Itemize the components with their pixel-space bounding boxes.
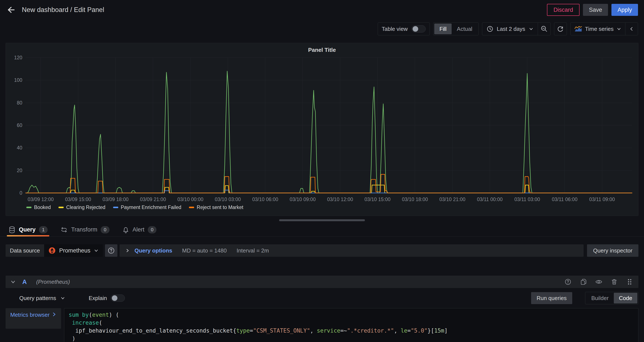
- back-button[interactable]: [6, 5, 16, 14]
- tab-alert-badge: 0: [148, 226, 156, 233]
- chevron-left-icon: [629, 26, 634, 31]
- query-actions: [564, 278, 634, 286]
- tab-transform[interactable]: Transform 0: [59, 223, 111, 236]
- editor-controls: Run queries Builder Code: [531, 292, 638, 304]
- legend-item[interactable]: Booked: [26, 205, 51, 210]
- legend-label: Clearing Rejected: [66, 205, 106, 210]
- y-tick-label: 60: [17, 122, 22, 128]
- duplicate-query-button[interactable]: [579, 278, 588, 286]
- x-tick-label: 03/09 15:00: [65, 197, 91, 202]
- refresh-button[interactable]: [554, 22, 567, 35]
- grip-icon: [627, 278, 633, 286]
- help-circle-icon: [564, 278, 571, 285]
- apply-button[interactable]: Apply: [612, 4, 638, 16]
- run-queries-button[interactable]: Run queries: [531, 292, 572, 304]
- actual-option[interactable]: Actual: [452, 23, 477, 34]
- panel-title[interactable]: Panel Title: [6, 46, 638, 54]
- panel-resize-handle[interactable]: [279, 219, 365, 221]
- legend-item[interactable]: Clearing Rejected: [58, 205, 106, 210]
- chevron-right-icon: [125, 248, 130, 253]
- query-patterns-button[interactable]: Query patterns: [19, 295, 65, 302]
- query-options-bar: Query options MD = auto = 1480 Interval …: [120, 244, 584, 257]
- fill-option[interactable]: Fill: [434, 23, 452, 34]
- x-tick-label: 03/11 06:00: [552, 197, 578, 202]
- drag-handle[interactable]: [626, 278, 634, 286]
- explain-toggle[interactable]: [111, 295, 125, 302]
- prometheus-icon: [48, 247, 56, 254]
- discard-button[interactable]: Discard: [547, 4, 580, 16]
- tab-query-badge: 1: [39, 226, 48, 233]
- metrics-browser-button[interactable]: Metrics browser: [6, 308, 61, 329]
- chevron-down-icon: [529, 26, 534, 31]
- time-picker-group: Last 2 days: [482, 22, 550, 35]
- eye-icon: [595, 278, 602, 286]
- datasource-picker[interactable]: Prometheus: [44, 244, 103, 257]
- query-ref-id: A: [22, 278, 27, 286]
- clock-icon: [486, 25, 494, 32]
- collapse-options-button[interactable]: [625, 23, 638, 35]
- bell-icon: [122, 226, 129, 233]
- builder-code-group: Builder Code: [585, 292, 638, 304]
- x-tick-label: 03/10 18:00: [402, 197, 428, 202]
- query-inspector-button[interactable]: Query inspector: [587, 244, 638, 257]
- delete-query-button[interactable]: [610, 278, 618, 286]
- legend-swatch: [26, 207, 32, 208]
- time-range-button[interactable]: Last 2 days: [482, 25, 538, 32]
- code-line: sum by(event) (: [68, 311, 638, 319]
- tab-transform-badge: 0: [101, 226, 109, 233]
- copy-icon: [580, 278, 587, 285]
- table-view-toggle[interactable]: [412, 25, 426, 32]
- x-tick-label: 03/09 21:00: [140, 197, 166, 202]
- query-options-toggle[interactable]: Query options: [125, 247, 172, 254]
- legend-swatch: [113, 207, 118, 208]
- arrow-left-icon: [6, 5, 16, 14]
- time-series-icon: [574, 26, 582, 32]
- zoom-out-button[interactable]: [538, 23, 550, 35]
- x-tick-label: 03/10 12:00: [327, 197, 353, 202]
- save-button[interactable]: Save: [583, 4, 608, 16]
- chevron-down-icon[interactable]: [10, 279, 16, 285]
- datasource-help-button[interactable]: [105, 244, 118, 257]
- legend-label: Payment Enrichment Failed: [121, 205, 182, 210]
- builder-option[interactable]: Builder: [586, 293, 614, 304]
- legend-item[interactable]: Payment Enrichment Failed: [113, 205, 182, 210]
- panel: Panel Title 02040608010012003/09 12:0003…: [6, 43, 638, 216]
- promql-code-editor[interactable]: sum by(event) ( increase( ipf_behaviour_…: [64, 308, 638, 342]
- zoom-out-icon: [540, 25, 548, 32]
- code-option[interactable]: Code: [614, 293, 637, 304]
- tabbar: Query 1 Transform 0 Alert 0: [0, 223, 644, 237]
- tab-query-label: Query: [19, 226, 36, 233]
- code-line: ): [68, 335, 638, 342]
- legend-label: Reject sent to Market: [197, 205, 243, 210]
- transform-icon: [60, 226, 68, 233]
- header-actions: Discard Save Apply: [547, 4, 638, 16]
- y-tick-label: 100: [14, 77, 22, 83]
- legend-swatch: [58, 207, 64, 208]
- x-tick-label: 03/10 00:00: [178, 197, 204, 202]
- tab-query[interactable]: Query 1: [7, 223, 49, 236]
- code-line: increase(: [68, 319, 638, 327]
- x-tick-label: 03/10 21:00: [440, 197, 466, 202]
- viz-picker-button[interactable]: Time series: [570, 26, 625, 32]
- y-tick-label: 20: [17, 168, 22, 173]
- y-tick-label: 0: [20, 190, 22, 196]
- series-line: [26, 71, 632, 193]
- toggle-visibility-button[interactable]: [595, 278, 603, 286]
- database-icon: [8, 226, 16, 233]
- query-help-button[interactable]: [564, 278, 572, 286]
- max-data-points: MD = auto = 1480: [182, 247, 227, 254]
- chevron-down-icon: [94, 248, 98, 253]
- query-patterns-label: Query patterns: [19, 295, 56, 302]
- chart-svg: 02040608010012003/09 12:0003/09 15:0003/…: [10, 54, 634, 205]
- table-view-label: Table view: [382, 26, 408, 32]
- y-tick-label: 120: [14, 55, 22, 60]
- legend-item[interactable]: Reject sent to Market: [189, 205, 243, 210]
- explain-group: Explain: [89, 295, 125, 302]
- legend-swatch: [189, 207, 194, 208]
- tab-alert[interactable]: Alert 0: [120, 223, 158, 236]
- query-row[interactable]: A (Prometheus): [6, 276, 638, 288]
- code-line: ipf_behaviour_end_to_end_latency_seconds…: [68, 327, 638, 335]
- chevron-down-icon: [60, 296, 65, 301]
- datasource-label: Data source: [6, 244, 44, 257]
- help-circle-icon: [108, 247, 115, 254]
